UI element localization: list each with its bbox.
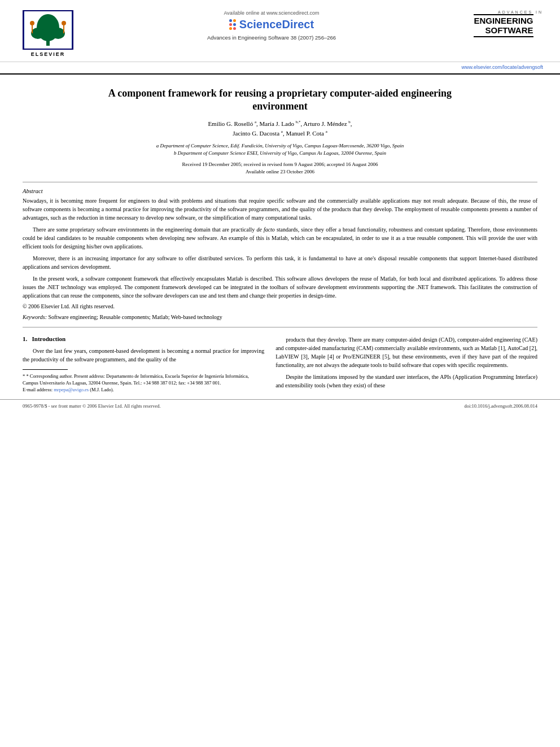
header: ELSEVIER Available online at www.science…: [0, 0, 560, 62]
affiliations: a Department of Computer Science, Edif. …: [23, 142, 537, 158]
sd-dots: [229, 19, 236, 30]
footnote: * * Corresponding author. Present addres…: [23, 373, 264, 394]
two-column-section: 1. Introduction Over the last few years,…: [23, 335, 537, 394]
footnote-email-person: (M.J. Lado).: [90, 387, 114, 392]
divider-after-dates: [23, 182, 537, 182]
available-online-text: Available online at www.sciencedirect.co…: [224, 10, 320, 16]
abstract-text: Nowadays, it is becoming more frequent f…: [23, 196, 537, 300]
intro-left-para-1: Over the last few years, component-based…: [23, 347, 264, 364]
abstract-label: Abstract: [23, 188, 537, 194]
advances-top-label: ADVANCES IN: [498, 10, 543, 14]
sciencedirect-logo: ScienceDirect: [229, 18, 314, 31]
column-right: products that they develop. There are ma…: [275, 335, 537, 394]
section-number: 1.: [23, 335, 27, 342]
advances-main-label: ENGINEERINGSOFTWARE: [474, 14, 533, 37]
advances-logo: ADVANCES IN ENGINEERINGSOFTWARE: [464, 10, 543, 37]
available-online: Available online 23 October 2006: [23, 168, 537, 176]
sd-dot-row-2: [229, 23, 236, 26]
abstract-section: Abstract Nowadays, it is becoming more f…: [23, 188, 537, 321]
footnote-email-address: mrpepa@uvigo.es: [54, 387, 89, 392]
authors-text: Emilio G. Roselló a, María J. Lado b,*, …: [208, 120, 352, 137]
footer-doi: doi:10.1016/j.advengsoft.2006.08.014: [464, 403, 537, 409]
column-left: 1. Introduction Over the last few years,…: [23, 335, 264, 394]
de-facto-italic: de facto: [256, 226, 275, 233]
divider-before-intro: [23, 327, 537, 327]
sd-dot-row-3: [229, 27, 236, 30]
intro-right-text: products that they develop. There are ma…: [275, 335, 537, 390]
section-1-title: 1. Introduction: [23, 335, 264, 342]
footer-issn: 0965-9978/$ - see front matter © 2006 El…: [23, 403, 161, 409]
elsevier-logo: ELSEVIER: [17, 10, 79, 57]
sd-dot-3: [229, 23, 232, 26]
main-content: A component framework for reusing a prop…: [0, 87, 560, 394]
authors: Emilio G. Roselló a, María J. Lado b,*, …: [23, 119, 537, 139]
header-bottom: www.elsevier.com/locate/advengsoft: [0, 62, 560, 75]
affiliation-a: a Department of Computer Science, Edif. …: [23, 142, 537, 150]
website-url: www.elsevier.com/locate/advengsoft: [461, 64, 543, 70]
sd-dot-6: [233, 27, 236, 30]
footer-bar: 0965-9978/$ - see front matter © 2006 El…: [0, 399, 560, 412]
svg-point-7: [62, 21, 66, 25]
received-dates: Received 19 December 2005; received in r…: [23, 161, 537, 176]
copyright: © 2006 Elsevier Ltd. All rights reserved…: [23, 303, 537, 309]
affiliation-b: b Department of Computer Science ESEI, U…: [23, 150, 537, 158]
elsevier-tree-svg: [24, 11, 72, 49]
footnote-text: * Corresponding author. Present address:…: [23, 373, 249, 386]
keywords: Keywords: Software engineering; Reusable…: [23, 313, 537, 321]
sd-dot-4: [233, 23, 236, 26]
keywords-label: Keywords:: [23, 314, 47, 320]
abstract-para-4: In the present work, a software componen…: [23, 274, 537, 300]
sd-dot-5: [229, 27, 232, 30]
section-title-text: Introduction: [32, 335, 66, 342]
sd-dot-row-1: [229, 19, 236, 22]
intro-right-para-2: Despite the limitations imposed by the s…: [275, 373, 537, 390]
abstract-para-1: Nowadays, it is becoming more frequent f…: [23, 196, 537, 222]
received-text: Received 19 December 2005; received in r…: [23, 161, 537, 169]
keywords-text: Software engineering; Reusable component…: [48, 314, 222, 320]
svg-point-4: [51, 28, 65, 39]
sd-dot-1: [229, 19, 232, 22]
header-center: Available online at www.sciencedirect.co…: [79, 10, 464, 41]
abstract-para-2: There are some proprietary software envi…: [23, 225, 537, 251]
sd-dot-2: [233, 19, 236, 22]
article-title: A component framework for reusing a prop…: [82, 87, 478, 113]
footnote-email-label: E-mail address:: [23, 387, 53, 392]
svg-point-5: [30, 21, 34, 25]
sciencedirect-label: ScienceDirect: [239, 18, 314, 31]
intro-left-text: Over the last few years, component-based…: [23, 347, 264, 364]
elsevier-label: ELSEVIER: [31, 51, 65, 57]
journal-name: Advances in Engineering Software 38 (200…: [207, 34, 336, 41]
intro-right-para-1: products that they develop. There are ma…: [275, 335, 537, 369]
svg-point-3: [31, 28, 45, 39]
elsevier-logo-image: [23, 10, 73, 50]
footnote-divider: [23, 369, 68, 370]
abstract-para-3: Moreover, there is an increasing importa…: [23, 254, 537, 271]
page: ELSEVIER Available online at www.science…: [0, 0, 560, 747]
